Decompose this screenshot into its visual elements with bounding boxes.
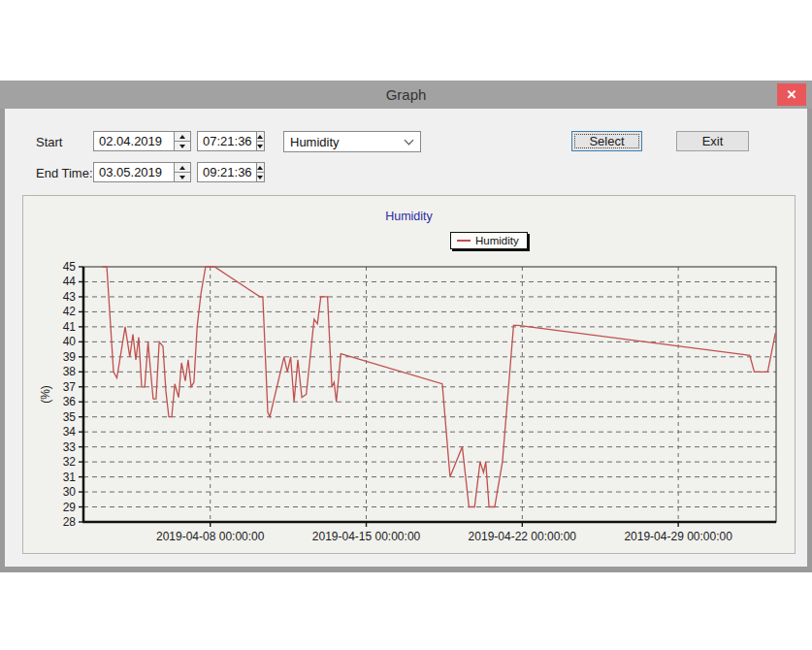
- y-tick-label: 34: [63, 425, 77, 439]
- x-tick-label: 2019-04-08 00:00:00: [156, 530, 265, 543]
- chart-panel: Humidity Humidity 4544434241403938373635…: [22, 195, 796, 554]
- select-button-label: Select: [589, 134, 624, 148]
- series-line: [103, 267, 776, 507]
- arrow-down-icon: [257, 145, 263, 148]
- arrow-down-icon: [179, 176, 185, 179]
- start-date-value[interactable]: 02.04.2019: [94, 132, 174, 150]
- exit-button-label: Exit: [702, 134, 724, 148]
- start-date-spinner: [174, 132, 190, 150]
- titlebar[interactable]: Graph ✕: [0, 81, 812, 109]
- y-axis-label: (%): [39, 385, 52, 404]
- x-tick-label: 2019-04-15 00:00:00: [312, 530, 421, 543]
- y-tick-label: 40: [63, 335, 77, 348]
- close-icon: ✕: [787, 87, 797, 102]
- end-time-field[interactable]: 09:21:36: [197, 162, 265, 182]
- graph-dialog: Graph ✕ Start 02.04.2019 07:21:36 Humidi…: [0, 81, 812, 572]
- y-tick-label: 36: [63, 395, 77, 408]
- y-tick-label: 43: [63, 290, 77, 304]
- close-button[interactable]: ✕: [777, 83, 806, 106]
- start-time-field[interactable]: 07:21:36: [197, 131, 265, 151]
- y-tick-label: 28: [63, 515, 77, 529]
- arrow-up-icon: [179, 135, 185, 139]
- end-time-label: End Time:: [36, 166, 93, 180]
- spin-up-button[interactable]: [257, 163, 264, 172]
- series-dropdown-value: Humidity: [284, 135, 406, 149]
- spin-down-button[interactable]: [175, 172, 190, 181]
- arrow-down-icon: [257, 176, 263, 179]
- screen: Graph ✕ Start 02.04.2019 07:21:36 Humidi…: [0, 0, 812, 650]
- select-button[interactable]: Select: [571, 131, 642, 151]
- start-time-spinner: [256, 132, 264, 150]
- series-dropdown[interactable]: Humidity: [283, 131, 421, 152]
- spin-up-button[interactable]: [175, 163, 190, 172]
- x-tick-label: 2019-04-29 00:00:00: [624, 530, 732, 543]
- start-time-value[interactable]: 07:21:36: [198, 132, 256, 150]
- arrow-up-icon: [179, 166, 185, 170]
- humidity-line-chart: 4544434241403938373635343332313029282019…: [23, 196, 796, 555]
- y-tick-label: 31: [63, 471, 77, 484]
- window-title: Graph: [386, 86, 427, 103]
- spin-down-button[interactable]: [175, 141, 190, 150]
- end-time-value[interactable]: 09:21:36: [198, 163, 256, 181]
- spin-down-button[interactable]: [257, 141, 264, 150]
- end-date-field[interactable]: 03.05.2019: [93, 162, 191, 182]
- end-time-spinner: [256, 163, 264, 181]
- start-date-field[interactable]: 02.04.2019: [93, 131, 191, 151]
- y-tick-label: 35: [63, 410, 77, 424]
- y-tick-label: 41: [63, 320, 77, 334]
- y-tick-label: 30: [63, 485, 77, 499]
- y-tick-label: 37: [63, 380, 77, 394]
- exit-button[interactable]: Exit: [676, 131, 749, 151]
- x-tick-label: 2019-04-22 00:00:00: [469, 530, 577, 543]
- y-tick-label: 32: [63, 455, 77, 469]
- start-label: Start: [36, 135, 62, 149]
- end-date-value[interactable]: 03.05.2019: [94, 163, 174, 181]
- spin-down-button[interactable]: [257, 172, 264, 181]
- arrow-up-icon: [257, 135, 263, 139]
- y-tick-label: 44: [63, 275, 77, 288]
- y-tick-label: 33: [63, 440, 77, 454]
- y-tick-label: 38: [63, 365, 77, 378]
- spin-up-button[interactable]: [175, 132, 190, 141]
- end-date-spinner: [174, 163, 190, 181]
- arrow-up-icon: [257, 166, 263, 170]
- arrow-down-icon: [179, 145, 185, 148]
- chevron-down-icon: [405, 136, 414, 146]
- spin-up-button[interactable]: [257, 132, 264, 141]
- y-tick-label: 39: [63, 350, 77, 364]
- y-tick-label: 45: [63, 260, 77, 274]
- y-tick-label: 42: [63, 305, 77, 318]
- y-tick-label: 29: [63, 501, 77, 514]
